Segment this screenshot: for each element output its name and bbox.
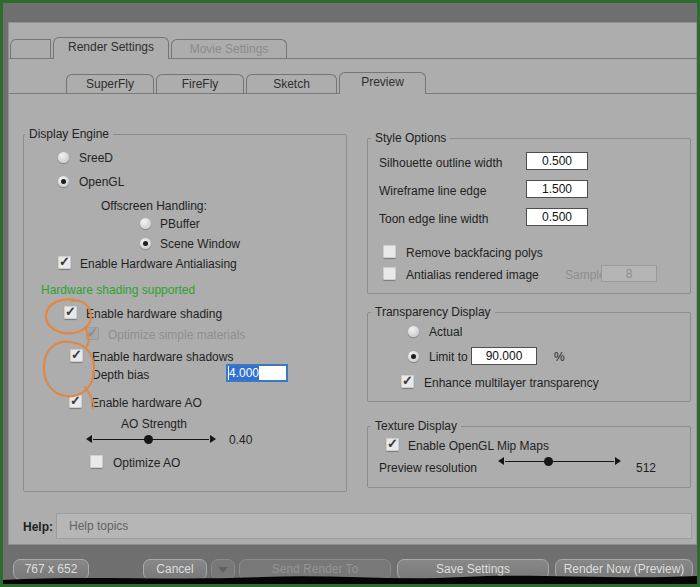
- enhance-multilayer-checkbox[interactable]: [401, 375, 414, 388]
- cancel-button[interactable]: Cancel: [143, 559, 207, 580]
- silhouette-width-label: Silhouette outline width: [379, 156, 502, 170]
- preview-resolution-value: 512: [636, 461, 656, 475]
- remove-backfacing-label: Remove backfacing polys: [406, 246, 543, 260]
- slider-thumb[interactable]: [544, 457, 553, 466]
- tab-stub: [10, 39, 51, 59]
- depth-bias-value: 4.000: [229, 366, 259, 380]
- slider-right-arrow-icon[interactable]: [210, 435, 216, 443]
- limit-to-label: Limit to: [429, 350, 468, 364]
- enable-hw-antialiasing-label: Enable Hardware Antialiasing: [80, 257, 237, 271]
- antialias-image-label: Antialias rendered image: [406, 268, 539, 282]
- enable-hw-shading-checkbox[interactable]: [64, 306, 77, 319]
- ao-strength-slider[interactable]: [86, 433, 216, 446]
- slider-track: [505, 461, 614, 462]
- hw-shading-status-text: Hardware shading supported: [41, 283, 195, 297]
- enable-hw-antialiasing-checkbox[interactable]: [58, 256, 71, 269]
- depth-bias-label: Depth bias: [92, 368, 149, 382]
- tab-superfly[interactable]: SuperFly: [66, 74, 154, 94]
- toon-edge-width-label: Toon edge line width: [379, 212, 488, 226]
- slider-thumb[interactable]: [144, 435, 153, 444]
- tab-movie-settings[interactable]: Movie Settings: [171, 39, 287, 59]
- tab-render-settings[interactable]: Render Settings: [53, 37, 169, 59]
- optimize-simple-materials-checkbox: [86, 327, 99, 340]
- app-window: Render Settings Movie Settings SuperFly …: [0, 0, 700, 587]
- antialias-image-checkbox[interactable]: [383, 267, 396, 280]
- mipmaps-label: Enable OpenGL Mip Maps: [408, 439, 549, 453]
- sreed-radio[interactable]: [58, 152, 69, 163]
- enhance-multilayer-label: Enhance multilayer transparency: [424, 376, 599, 390]
- transparency-title: Transparency Display: [371, 305, 495, 319]
- ao-strength-label: AO Strength: [109, 417, 199, 431]
- display-engine-title: Display Engine: [25, 127, 113, 141]
- resolution-display-button[interactable]: 767 x 652: [13, 559, 89, 580]
- pbuffer-label: PBuffer: [160, 217, 200, 231]
- remove-backfacing-checkbox[interactable]: [383, 245, 396, 258]
- enable-hw-shadows-checkbox[interactable]: [70, 349, 83, 362]
- ao-strength-value: 0.40: [229, 433, 252, 447]
- wireframe-edge-input[interactable]: 1.500: [526, 180, 588, 198]
- enable-hw-shadows-label: Enable hardware shadows: [92, 350, 233, 364]
- chevron-down-icon: [218, 567, 228, 573]
- percent-label: %: [554, 350, 565, 364]
- tab-sketch[interactable]: Sketch: [246, 74, 337, 94]
- actual-label: Actual: [429, 325, 462, 339]
- actual-radio[interactable]: [408, 326, 419, 337]
- offscreen-handling-label: Offscreen Handling:: [101, 199, 207, 213]
- pbuffer-radio[interactable]: [140, 218, 151, 229]
- opengl-label: OpenGL: [79, 175, 124, 189]
- depth-bias-input[interactable]: 4.000: [226, 364, 288, 382]
- enable-hw-ao-label: Enable hardware AO: [91, 396, 202, 410]
- samples-input: 8: [601, 265, 657, 282]
- optimize-ao-label: Optimize AO: [113, 456, 180, 470]
- sreed-label: SreeD: [79, 151, 113, 165]
- wireframe-edge-label: Wireframe line edge: [379, 184, 486, 198]
- style-options-title: Style Options: [371, 131, 450, 145]
- limit-to-radio[interactable]: [408, 351, 419, 362]
- slider-left-arrow-icon[interactable]: [498, 457, 504, 465]
- slider-right-arrow-icon[interactable]: [615, 457, 621, 465]
- toon-edge-width-input[interactable]: 0.500: [526, 208, 588, 226]
- tab-preview[interactable]: Preview: [339, 72, 426, 94]
- mipmaps-checkbox[interactable]: [386, 438, 399, 451]
- scene-window-label: Scene Window: [160, 237, 240, 251]
- enable-hw-ao-checkbox[interactable]: [69, 395, 82, 408]
- send-render-to-button: Send Render To: [239, 559, 391, 580]
- enable-hw-shading-label: Enable hardware shading: [86, 307, 222, 321]
- limit-to-input[interactable]: 90.000: [471, 347, 537, 365]
- render-now-button[interactable]: Render Now (Preview): [555, 559, 693, 580]
- opengl-radio[interactable]: [58, 176, 69, 187]
- save-settings-button[interactable]: Save Settings: [397, 559, 549, 580]
- help-topics-field[interactable]: Help topics: [56, 513, 692, 539]
- render-settings-dialog: Render Settings Movie Settings SuperFly …: [8, 22, 697, 545]
- optimize-simple-materials-label: Optimize simple materials: [108, 328, 245, 342]
- slider-left-arrow-icon[interactable]: [86, 435, 92, 443]
- send-render-dropdown-button: [211, 559, 235, 580]
- silhouette-width-input[interactable]: 0.500: [526, 152, 588, 170]
- optimize-ao-checkbox[interactable]: [90, 455, 103, 468]
- preview-resolution-label: Preview resolution: [379, 461, 477, 475]
- tab-firefly[interactable]: FireFly: [156, 74, 244, 94]
- help-label: Help:: [23, 520, 53, 534]
- scene-window-radio[interactable]: [140, 238, 151, 249]
- texture-title: Texture Display: [371, 419, 461, 433]
- preview-resolution-slider[interactable]: [498, 455, 621, 468]
